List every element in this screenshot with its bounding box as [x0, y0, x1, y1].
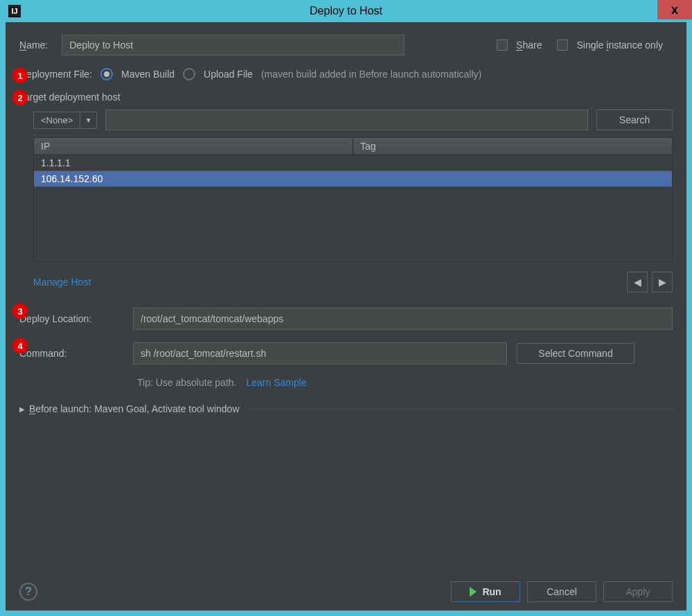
name-row: Name: Share Single instance only [19, 35, 673, 55]
radio-maven-build[interactable] [100, 68, 113, 80]
target-section: 2 Target deployment host <None> ▼ Search… [19, 91, 673, 262]
name-input[interactable] [62, 35, 405, 55]
separator [251, 409, 673, 410]
radio-upload-file[interactable] [183, 68, 195, 80]
col-tag[interactable]: Tag [353, 138, 672, 155]
host-filter-dropdown[interactable]: <None> ▼ [33, 112, 97, 129]
table-row[interactable]: 106.14.152.60 [34, 171, 672, 187]
badge-1: 1 [12, 68, 28, 83]
run-button[interactable]: Run [451, 581, 520, 602]
table-row[interactable]: 1.1.1.1 [34, 155, 672, 171]
deployment-file-label: Deployment File: [19, 69, 92, 80]
deploy-location-input[interactable] [133, 308, 673, 330]
single-instance-label: Single instance only [576, 39, 663, 51]
cancel-button[interactable]: Cancel [527, 581, 596, 602]
search-button[interactable]: Search [596, 109, 673, 130]
apply-button[interactable]: Apply [603, 581, 673, 602]
play-icon [470, 587, 477, 597]
dialog-window: IJ Deploy to Host x Name: Share Single i… [0, 0, 692, 616]
badge-2: 2 [12, 90, 28, 105]
share-label: Share [516, 39, 542, 51]
tip-text: Tip: Use absolute path. [137, 377, 236, 388]
deploy-location-label: Deploy Location: [19, 313, 123, 324]
select-command-button[interactable]: Select Command [517, 343, 635, 364]
before-launch-label: Before launch: Maven Goal, Activate tool… [29, 403, 240, 414]
command-label: Command: [19, 348, 123, 359]
badge-4: 4 [12, 338, 28, 353]
chevron-down-icon: ▼ [80, 112, 96, 128]
cell-ip: 106.14.152.60 [34, 171, 353, 186]
deployment-file-row: 1 Deployment File: Maven Build Upload Fi… [19, 68, 673, 80]
deployment-file-hint: (maven build added in Before launch auto… [261, 69, 481, 80]
command-row: 4 Command: Select Command [19, 342, 673, 364]
target-host-label: Target deployment host [19, 91, 673, 103]
action-buttons: Run Cancel Apply [451, 581, 673, 602]
manage-host-link[interactable]: Manage Host [33, 276, 91, 288]
next-button[interactable]: ▶ [652, 272, 673, 292]
single-instance-checkbox[interactable] [557, 39, 568, 51]
cell-ip: 1.1.1.1 [34, 155, 353, 170]
table-header: IP Tag [34, 138, 672, 155]
triangle-right-icon: ▶ [19, 405, 25, 413]
close-button[interactable]: x [657, 0, 692, 19]
host-table: IP Tag 1.1.1.1 106.14.152.60 [33, 137, 673, 262]
radio-upload-label: Upload File [204, 69, 253, 80]
window-title: Deploy to Host [0, 5, 692, 17]
run-label: Run [482, 586, 501, 597]
radio-maven-label: Maven Build [121, 69, 175, 80]
titlebar[interactable]: IJ Deploy to Host x [0, 0, 692, 22]
bottom-bar: ? Run Cancel Apply [19, 574, 673, 602]
nav-buttons: ◀ ▶ [627, 272, 673, 292]
badge-3: 3 [12, 303, 28, 319]
before-launch-expander[interactable]: ▶ Before launch: Maven Goal, Activate to… [19, 403, 673, 414]
command-input[interactable] [133, 342, 507, 364]
deploy-location-row: 3 Deploy Location: [19, 308, 673, 330]
prev-button[interactable]: ◀ [627, 272, 648, 292]
client-area: Name: Share Single instance only 1 Deplo… [6, 22, 686, 610]
cell-tag [353, 171, 673, 186]
name-label: Name: [19, 39, 48, 51]
share-checkbox[interactable] [497, 39, 508, 51]
help-button[interactable]: ? [19, 583, 37, 601]
tip-row: Tip: Use absolute path. Learn Sample [137, 377, 673, 388]
col-ip[interactable]: IP [34, 138, 353, 155]
manage-row: Manage Host ◀ ▶ [19, 272, 673, 292]
share-group: Share Single instance only [497, 39, 673, 51]
learn-sample-link[interactable]: Learn Sample [246, 377, 306, 388]
dropdown-value: <None> [34, 112, 80, 128]
host-search-row: <None> ▼ Search [19, 109, 673, 130]
host-search-input[interactable] [105, 109, 588, 130]
chevron-left-icon: ◀ [634, 276, 641, 288]
chevron-right-icon: ▶ [659, 276, 666, 288]
cell-tag [353, 155, 673, 170]
